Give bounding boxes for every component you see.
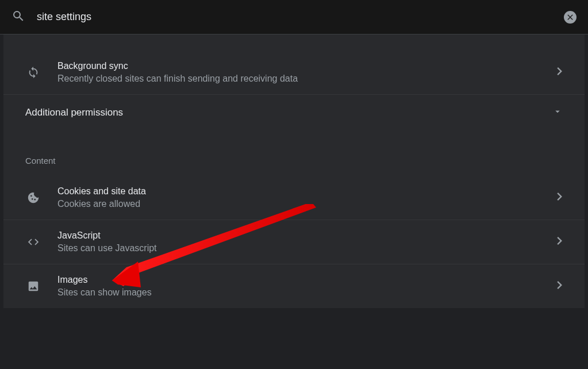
content-group-label: Content xyxy=(3,133,585,176)
setting-row-images[interactable]: Images Sites can show images xyxy=(3,264,585,308)
setting-subtitle: Sites can use Javascript xyxy=(57,243,541,253)
clear-search-button[interactable] xyxy=(564,11,577,24)
sync-icon xyxy=(25,66,41,79)
setting-title: Cookies and site data xyxy=(57,186,541,197)
search-input[interactable] xyxy=(37,11,552,23)
setting-title: JavaScript xyxy=(57,230,541,241)
search-bar xyxy=(0,0,588,34)
section-additional-permissions[interactable]: Additional permissions xyxy=(3,95,585,133)
cookie-icon xyxy=(25,191,41,204)
setting-title: Background sync xyxy=(57,61,541,71)
chevron-right-icon xyxy=(557,237,563,247)
section-title: Additional permissions xyxy=(25,107,123,118)
setting-row-cookies[interactable]: Cookies and site data Cookies are allowe… xyxy=(3,176,585,220)
image-icon xyxy=(25,280,41,293)
setting-subtitle: Sites can show images xyxy=(57,287,541,298)
search-icon xyxy=(11,9,25,25)
settings-list: Background sync Recently closed sites ca… xyxy=(3,34,585,308)
setting-subtitle: Cookies are allowed xyxy=(57,199,541,209)
setting-row-javascript[interactable]: JavaScript Sites can use Javascript xyxy=(3,220,585,264)
setting-row-background-sync[interactable]: Background sync Recently closed sites ca… xyxy=(3,51,585,95)
chevron-down-icon xyxy=(552,106,563,119)
code-icon xyxy=(25,236,41,248)
setting-title: Images xyxy=(57,275,541,285)
chevron-right-icon xyxy=(557,281,563,291)
chevron-right-icon xyxy=(557,193,563,203)
chevron-right-icon xyxy=(557,67,563,78)
setting-subtitle: Recently closed sites can finish sending… xyxy=(57,74,541,84)
